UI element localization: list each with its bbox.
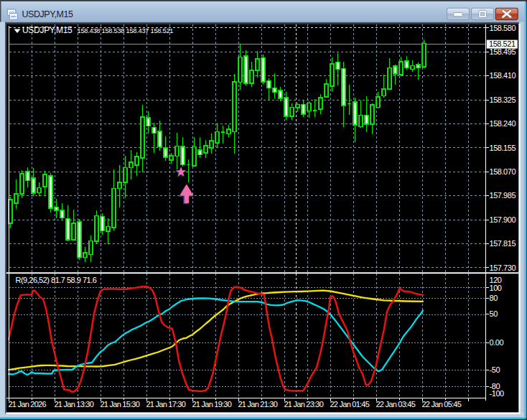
svg-text:158.155: 158.155 [490, 144, 516, 152]
svg-text:USDJPY,M15: USDJPY,M15 [22, 25, 73, 35]
svg-text:22 Jan 05:45: 22 Jan 05:45 [422, 400, 462, 409]
svg-text:21 Jan 2026: 21 Jan 2026 [9, 400, 47, 409]
svg-text:R(9,26,52) 81.7 58.9 71.6: R(9,26,52) 81.7 58.9 71.6 [16, 276, 97, 284]
svg-text:-50: -50 [490, 365, 500, 374]
svg-text:158.495: 158.495 [490, 47, 516, 56]
svg-text:50: 50 [490, 309, 498, 318]
svg-text:22 Jan 03:45: 22 Jan 03:45 [376, 400, 416, 409]
svg-text:157.900: 157.900 [490, 215, 516, 224]
svg-text:157.985: 157.985 [490, 191, 516, 200]
svg-text:158.240: 158.240 [490, 119, 516, 128]
svg-text:158.410: 158.410 [490, 71, 516, 80]
svg-text:21 Jan 15:30: 21 Jan 15:30 [101, 400, 140, 409]
svg-text:157.815: 157.815 [490, 239, 516, 248]
svg-text:21 Jan 13:30: 21 Jan 13:30 [55, 400, 94, 409]
svg-text:100: 100 [490, 284, 502, 292]
svg-text:21 Jan 17:30: 21 Jan 17:30 [146, 400, 186, 409]
svg-text:21 Jan 23:30: 21 Jan 23:30 [284, 400, 324, 409]
svg-text:158.438 158.538 158.437 158.52: 158.438 158.538 158.437 158.521 [78, 27, 174, 34]
svg-text:22 Jan 01:45: 22 Jan 01:45 [330, 400, 370, 409]
svg-text:80: 80 [490, 294, 498, 302]
svg-text:158.070: 158.070 [490, 167, 516, 176]
svg-text:21 Jan 19:30: 21 Jan 19:30 [192, 400, 232, 409]
svg-text:21 Jan 21:30: 21 Jan 21:30 [238, 400, 278, 409]
svg-text:-100: -100 [490, 389, 505, 398]
svg-text:158.325: 158.325 [490, 95, 516, 104]
svg-text:USDJPY,M15: USDJPY,M15 [22, 9, 73, 19]
svg-text:158.521: 158.521 [489, 39, 516, 48]
svg-text:0.00: 0.00 [490, 338, 504, 347]
svg-text:157.730: 157.730 [490, 263, 516, 272]
svg-text:158.580: 158.580 [490, 24, 516, 32]
